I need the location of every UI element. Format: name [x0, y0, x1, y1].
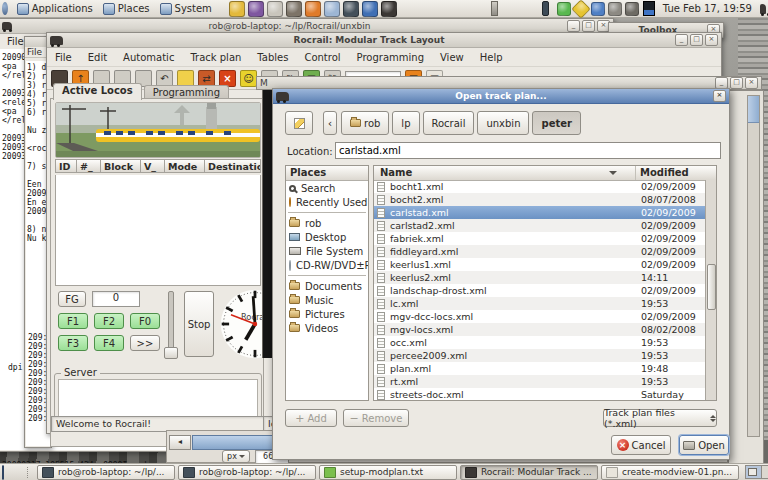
dialog-titlebar[interactable]: Open track plan... × — [273, 89, 729, 104]
loco-column-v[interactable]: V_ — [141, 159, 165, 173]
loco-column-mode[interactable]: Mode — [165, 159, 205, 173]
column-header-name[interactable]: Name — [374, 166, 636, 180]
open-button[interactable]: Open — [679, 435, 729, 455]
files-scrollbar[interactable] — [705, 180, 716, 400]
train-launcher-icon[interactable] — [381, 1, 397, 17]
rocrail-menu-edit[interactable]: Edit — [86, 52, 109, 63]
updates-icon[interactable] — [557, 2, 571, 16]
train-tray-icon[interactable] — [760, 4, 766, 14]
workspace-1[interactable] — [746, 466, 762, 478]
rocrail-menu-help[interactable]: Help — [478, 52, 505, 63]
rocrail-menu-programming[interactable]: Programming — [355, 52, 426, 63]
show-desktop-button[interactable] — [2, 465, 4, 480]
file-row[interactable]: lc.xml19:53 — [374, 297, 706, 310]
media-player-launcher-icon[interactable] — [362, 1, 378, 17]
file-row[interactable]: keerlus2.xml14:11 — [374, 271, 706, 284]
close-button[interactable]: × — [705, 34, 718, 46]
path-back-button[interactable]: ‹ — [323, 111, 337, 135]
rocrail-menu-automatic[interactable]: Automatic — [121, 52, 176, 63]
file-row[interactable]: bocht1.xml02/09/2009 — [374, 180, 706, 193]
terminal-launcher-icon[interactable] — [542, 1, 550, 16]
gnome-menu-icon[interactable] — [2, 2, 8, 15]
rocrail-menu-view[interactable]: View — [438, 52, 466, 63]
workspace-switcher[interactable] — [745, 465, 768, 479]
close-icon[interactable]: × — [713, 90, 726, 102]
file-row[interactable]: percee2009.xml19:53 — [374, 349, 706, 362]
rocrail-menu-control[interactable]: Control — [302, 52, 342, 63]
path-button-rob[interactable]: rob — [341, 111, 389, 135]
rocrail-menu-track-plan[interactable]: Track plan — [188, 52, 243, 63]
panel-clock[interactable]: Tue Feb 17, 19:59 — [659, 3, 756, 14]
tab-active-locos[interactable]: Active Locos — [53, 83, 142, 100]
terminal-launcher-icon[interactable] — [343, 1, 359, 17]
column-header-modified[interactable]: Modified — [636, 166, 716, 180]
fg-button[interactable]: FG — [58, 291, 86, 307]
unit-dropdown[interactable]: px — [222, 450, 250, 463]
scrollbar-thumb[interactable] — [707, 264, 716, 310]
f3-button[interactable]: F3 — [58, 335, 88, 351]
location-input[interactable] — [335, 142, 721, 159]
f0-button[interactable]: F0 — [130, 313, 160, 329]
file-row[interactable]: keerlus1.xml02/09/2009 — [374, 258, 706, 271]
file-row[interactable]: occ.xml19:53 — [374, 336, 706, 349]
menu-places[interactable]: Places — [98, 3, 155, 15]
remove-button[interactable]: −Remove — [343, 409, 409, 427]
plan-vertical-scrollbar[interactable] — [747, 95, 760, 437]
notes-launcher-icon[interactable] — [267, 1, 283, 17]
rocrail-menu-tables[interactable]: Tables — [255, 52, 290, 63]
loco-column-[interactable]: #_ — [77, 159, 101, 173]
place-videos[interactable]: Videos — [286, 321, 368, 335]
rocrail-titlebar[interactable]: Rocrail: Modular Track Layout _□× — [47, 33, 721, 48]
file-row[interactable]: bocht2.xml08/07/2008 — [374, 193, 706, 206]
menu-applications[interactable]: Applications — [12, 3, 98, 15]
minimize-button[interactable]: _ — [675, 34, 688, 46]
add-button[interactable]: +Add — [285, 409, 337, 427]
path-button-unxbin[interactable]: unxbin — [477, 111, 529, 135]
path-button-lp[interactable]: lp — [392, 111, 419, 135]
file-row[interactable]: fiddleyard.xml02/09/2009 — [374, 245, 706, 258]
gimp-launcher-icon[interactable] — [286, 1, 302, 17]
close-button[interactable]: × — [745, 77, 758, 89]
taskbar-item-image[interactable]: create-modview-01.pn... — [601, 465, 739, 480]
file-row[interactable]: plan.xml19:48 — [374, 362, 706, 375]
more-functions-button[interactable]: >> — [130, 335, 160, 351]
f4-button[interactable]: F4 — [94, 335, 124, 351]
workspace-2[interactable] — [762, 466, 768, 478]
type-filename-toggle[interactable] — [285, 111, 313, 135]
pidgin-launcher-icon[interactable] — [248, 1, 264, 17]
file-row[interactable]: carlstad2.xml02/09/2009 — [374, 219, 706, 232]
place-music[interactable]: Music — [286, 293, 368, 307]
f1-button[interactable]: F1 — [58, 313, 88, 329]
loco-column-destination[interactable]: Destination — [205, 159, 261, 173]
browser-launcher-icon[interactable] — [229, 1, 245, 17]
cancel-button[interactable]: Cancel — [611, 435, 671, 455]
file-row[interactable]: streets-doc.xmlSaturday — [374, 388, 706, 401]
f2-button[interactable]: F2 — [94, 313, 124, 329]
loco-list[interactable] — [55, 175, 261, 286]
tool-launcher-icon[interactable] — [491, 1, 498, 16]
file-type-filter[interactable]: Track plan files (*.xml) — [603, 409, 717, 427]
place-desktop[interactable]: Desktop — [286, 230, 368, 244]
taskbar-item-text-file[interactable]: setup-modplan.txt — [319, 465, 457, 480]
speed-slider-handle[interactable] — [164, 347, 178, 359]
path-button-peter[interactable]: peter — [532, 111, 580, 135]
files-launcher-icon[interactable] — [324, 1, 340, 17]
terminal-menu-file[interactable]: File — [5, 36, 26, 47]
file-row[interactable]: fabriek.xml02/09/2009 — [374, 232, 706, 245]
taskbar-item-terminal[interactable]: rob@rob-laptop: ~/lp/... — [37, 465, 175, 480]
file-row[interactable]: rt.xml19:53 — [374, 375, 706, 388]
maximize-button[interactable]: □ — [690, 34, 703, 46]
places-header[interactable]: Places — [286, 166, 368, 181]
taskbar-item-terminal[interactable]: rob@rob-laptop: ~/lp/... — [178, 465, 316, 480]
place-pictures[interactable]: Pictures — [286, 307, 368, 321]
file-row[interactable]: landschap-drost.xml02/09/2009 — [374, 284, 706, 297]
volume-icon[interactable] — [625, 2, 639, 16]
place-documents[interactable]: Documents — [286, 279, 368, 293]
stop-button[interactable]: Stop — [184, 291, 214, 357]
warning-icon[interactable] — [571, 0, 591, 18]
firefox-launcher-icon[interactable] — [305, 1, 321, 17]
place-cd-rw-dvd-rw-drive[interactable]: CD-RW/DVD±RW Drive — [286, 258, 368, 272]
place-file-system[interactable]: File System — [286, 244, 368, 258]
network-icon[interactable] — [608, 2, 622, 16]
place-search[interactable]: Search — [286, 181, 368, 195]
